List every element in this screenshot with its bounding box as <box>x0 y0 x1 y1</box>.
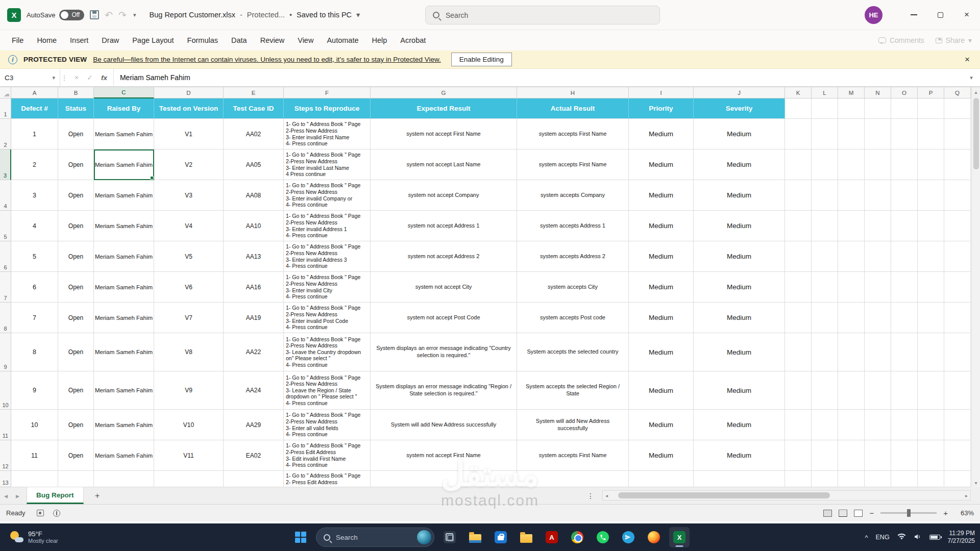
column-header-K[interactable]: K <box>785 87 812 98</box>
cell-I8[interactable]: Medium <box>629 303 694 333</box>
cell-E3[interactable]: AA05 <box>224 149 284 180</box>
cell-D7[interactable]: V6 <box>154 272 224 303</box>
cell-M4[interactable] <box>838 180 865 211</box>
cell-P8[interactable] <box>918 303 944 333</box>
battery-icon[interactable] <box>929 535 940 540</box>
cell-B4[interactable]: Open <box>58 180 94 211</box>
row-header-7[interactable]: 7 <box>0 272 11 303</box>
cell-O12[interactable] <box>891 440 918 471</box>
cell-A3[interactable]: 2 <box>11 149 58 180</box>
cell-H2[interactable]: system accepts First Name <box>517 119 629 149</box>
cell-Q9[interactable] <box>944 333 971 371</box>
cell-B2[interactable]: Open <box>58 119 94 149</box>
column-header-B[interactable]: B <box>58 87 94 98</box>
row-header-6[interactable]: 6 <box>0 241 11 272</box>
cell-E12[interactable]: EA02 <box>224 440 284 471</box>
ribbon-tab-automate[interactable]: Automate <box>320 33 365 48</box>
store-button[interactable] <box>491 527 511 547</box>
cell-K11[interactable] <box>785 410 812 440</box>
cell-H8[interactable]: system accepts Post code <box>517 303 629 333</box>
cell-J11[interactable]: Medium <box>694 410 785 440</box>
cell-C9[interactable]: Meriam Sameh Fahim <box>94 333 154 371</box>
cell-P10[interactable] <box>918 371 944 410</box>
excel-app-icon[interactable]: X <box>7 8 21 22</box>
cell-I12[interactable]: Medium <box>629 440 694 471</box>
excel-taskbar-button[interactable]: X <box>669 527 690 547</box>
insert-function-icon[interactable]: fx <box>101 74 107 82</box>
cell-B7[interactable]: Open <box>58 272 94 303</box>
comments-button[interactable]: Comments <box>878 36 924 44</box>
cell-H3[interactable]: system accepts First Name <box>517 149 629 180</box>
header-cell-raised-by[interactable]: Raised By <box>94 98 154 119</box>
cell-G11[interactable]: System will add New Address successfully <box>371 410 517 440</box>
cell-K5[interactable] <box>785 211 812 241</box>
ribbon-tab-draw[interactable]: Draw <box>95 33 126 48</box>
header-cell-actual-result[interactable]: Actual Result <box>517 98 629 119</box>
cell-D5[interactable]: V4 <box>154 211 224 241</box>
cell-D4[interactable]: V3 <box>154 180 224 211</box>
tray-clock[interactable]: 11:29 PM 7/27/2025 <box>948 530 975 545</box>
cell-F12[interactable]: 1- Go to " Address Book " Page2-Press Ed… <box>284 440 371 471</box>
cell-N7[interactable] <box>865 272 891 303</box>
cell-A2[interactable]: 1 <box>11 119 58 149</box>
cell-B10[interactable]: Open <box>58 371 94 410</box>
column-header-J[interactable]: J <box>694 87 785 98</box>
cell-E10[interactable]: AA24 <box>224 371 284 410</box>
cell-Q4[interactable] <box>944 180 971 211</box>
cell-L6[interactable] <box>812 241 838 272</box>
zoom-level[interactable]: 63% <box>954 509 974 517</box>
cell-I5[interactable]: Medium <box>629 211 694 241</box>
telegram-button[interactable] <box>618 527 639 547</box>
cell-F2[interactable]: 1- Go to " Address Book " Page2-Press Ne… <box>284 119 371 149</box>
cell-I7[interactable]: Medium <box>629 272 694 303</box>
cell-P4[interactable] <box>918 180 944 211</box>
cell-K2[interactable] <box>785 119 812 149</box>
fill-handle[interactable] <box>150 176 154 180</box>
cell-A10[interactable]: 9 <box>11 371 58 410</box>
cell-O5[interactable] <box>891 211 918 241</box>
scroll-up-icon[interactable]: ▴ <box>972 87 980 96</box>
restore-button[interactable] <box>927 0 953 30</box>
horizontal-scrollbar-thumb[interactable] <box>618 492 830 498</box>
cell-A7[interactable]: 6 <box>11 272 58 303</box>
cell-A4[interactable]: 3 <box>11 180 58 211</box>
taskbar-search[interactable]: Search <box>316 528 434 547</box>
ribbon-tab-file[interactable]: File <box>5 33 30 48</box>
cell-C5[interactable]: Meriam Sameh Fahim <box>94 211 154 241</box>
scroll-left-icon[interactable]: ◂ <box>605 493 608 498</box>
sheet-nav-left-icon[interactable]: ◂ <box>0 492 12 500</box>
cell-J9[interactable]: Medium <box>694 333 785 371</box>
cell-C11[interactable]: Meriam Sameh Fahim <box>94 410 154 440</box>
cell-D10[interactable]: V9 <box>154 371 224 410</box>
vertical-scrollbar-thumb[interactable] <box>973 98 979 169</box>
banner-close-icon[interactable]: × <box>965 55 970 65</box>
page-break-view-icon[interactable] <box>854 510 863 517</box>
cell-G13[interactable] <box>371 471 517 487</box>
cell-L2[interactable] <box>812 119 838 149</box>
cell-P11[interactable] <box>918 410 944 440</box>
start-button[interactable] <box>290 527 311 547</box>
cell-M5[interactable] <box>838 211 865 241</box>
cell-Q7[interactable] <box>944 272 971 303</box>
cell-I9[interactable]: Medium <box>629 333 694 371</box>
cell-O13[interactable] <box>891 471 918 487</box>
cell-E2[interactable]: AA02 <box>224 119 284 149</box>
name-box-chevron-icon[interactable]: ▾ <box>52 74 55 81</box>
cell-J3[interactable]: Medium <box>694 149 785 180</box>
wifi-icon[interactable] <box>897 533 906 542</box>
undo-icon[interactable]: ↶ <box>105 10 113 20</box>
customize-qat-chevron-icon[interactable]: ▾ <box>133 12 136 18</box>
file-explorer-button[interactable] <box>465 527 485 547</box>
cell-O10[interactable] <box>891 371 918 410</box>
cell-E8[interactable]: AA19 <box>224 303 284 333</box>
cell-L3[interactable] <box>812 149 838 180</box>
cell-D13[interactable] <box>154 471 224 487</box>
folder-button[interactable] <box>516 527 536 547</box>
cell-B12[interactable]: Open <box>58 440 94 471</box>
column-header-D[interactable]: D <box>154 87 224 98</box>
horizontal-scrollbar[interactable]: ◂ ▸ <box>602 490 971 500</box>
cell-N2[interactable] <box>865 119 891 149</box>
cell-D8[interactable]: V7 <box>154 303 224 333</box>
cell-G4[interactable]: system not accept Company <box>371 180 517 211</box>
cell-O11[interactable] <box>891 410 918 440</box>
